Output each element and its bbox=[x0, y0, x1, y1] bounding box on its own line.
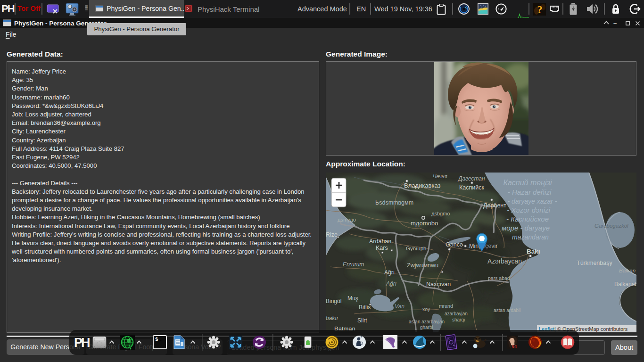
svg-text:PH: PH bbox=[74, 336, 90, 350]
svg-text:gharbi: gharbi bbox=[420, 325, 433, 330]
svg-text:pars abad: pars abad bbox=[488, 275, 510, 281]
svg-text:Rize: Rize bbox=[326, 231, 338, 238]
svg-text:astan ardabil: astan ardabil bbox=[494, 308, 520, 313]
svg-text:море - daryaye: море - daryaye bbox=[502, 224, 550, 232]
svg-text:Garabogazköl: Garabogazköl bbox=[594, 223, 628, 229]
svg-text:xoy: xoy bbox=[422, 306, 430, 312]
svg-text:Ardahan: Ardahan bbox=[369, 238, 391, 245]
svg-text:Balkanab: Balkanab bbox=[614, 281, 636, 288]
svg-text:Erzurum: Erzurum bbox=[343, 261, 364, 268]
svg-text:Bingöl: Bingöl bbox=[326, 298, 341, 304]
svg-text:Каспийск: Каспийск bbox=[459, 184, 484, 191]
svg-text:Gəncə: Gəncə bbox=[446, 241, 463, 248]
svg-text:Kars: Kars bbox=[376, 245, 388, 251]
svg-text:Ağrı: Ağrı bbox=[386, 280, 396, 287]
svg-text:Naxçıvan: Naxçıvan bbox=[426, 281, 451, 288]
svg-text:Bakı: Bakı bbox=[527, 248, 540, 255]
svg-text:$_: $_ bbox=[155, 337, 162, 342]
svg-text:astan azarbayjan: astan azarbayjan bbox=[409, 319, 445, 324]
svg-text:sharqi: sharqi bbox=[452, 317, 465, 322]
svg-text:- daryaye xazar -: - daryaye xazar - bbox=[507, 197, 557, 205]
svg-text:Дагестан: Дагестан bbox=[457, 175, 485, 182]
svg-text:bakır: bakır bbox=[326, 315, 339, 321]
svg-text:- Каспийское: - Каспийское bbox=[506, 215, 549, 223]
svg-text:Владикавказ: Владикавказ bbox=[404, 182, 441, 189]
svg-text:Türkmenbaşy: Türkmenbaşy bbox=[577, 260, 612, 266]
svg-text:Zwjwuмnwu: Zwjwuмnwu bbox=[407, 262, 438, 269]
svg-text:?: ? bbox=[537, 4, 543, 16]
svg-text:Чечня: Чечня bbox=[433, 173, 447, 179]
svg-text:mдomobo: mдomobo bbox=[411, 220, 438, 227]
svg-text:Van: Van bbox=[395, 303, 405, 310]
svg-text:azarbayjan: azarbayjan bbox=[445, 311, 468, 316]
svg-text:mrand: mrand bbox=[439, 303, 453, 309]
svg-text:Gynıuph: Gynıuph bbox=[406, 246, 426, 251]
svg-text:Каспий теңізі: Каспий теңізі bbox=[504, 179, 552, 187]
svg-text:Muş: Muş bbox=[347, 295, 358, 302]
svg-text:дsbgmo: дsbgmo bbox=[431, 211, 450, 216]
svg-text:Balkan w: Balkan w bbox=[619, 268, 636, 273]
svg-text:64: 64 bbox=[512, 344, 517, 349]
svg-text:Bitlis: Bitlis bbox=[359, 304, 371, 311]
svg-text:mazandaran: mazandaran bbox=[512, 233, 549, 241]
svg-text:дsmудo: дsmудo bbox=[338, 217, 356, 222]
svg-text:Дербент: Дербент bbox=[483, 202, 506, 209]
svg-text:- Hazar deñizi: - Hazar deñizi bbox=[508, 188, 552, 196]
svg-text:Azərbaycan: Azərbaycan bbox=[487, 258, 522, 265]
svg-text:Ağrı: Ağrı bbox=[384, 269, 395, 276]
svg-text:Siirt: Siirt bbox=[357, 317, 367, 324]
svg-text:Ьsdsmmвgмm: Ьsdsmmвgмm bbox=[375, 199, 413, 206]
svg-text:- Xəzər dənizi: - Xəzər dənizi bbox=[507, 206, 550, 214]
